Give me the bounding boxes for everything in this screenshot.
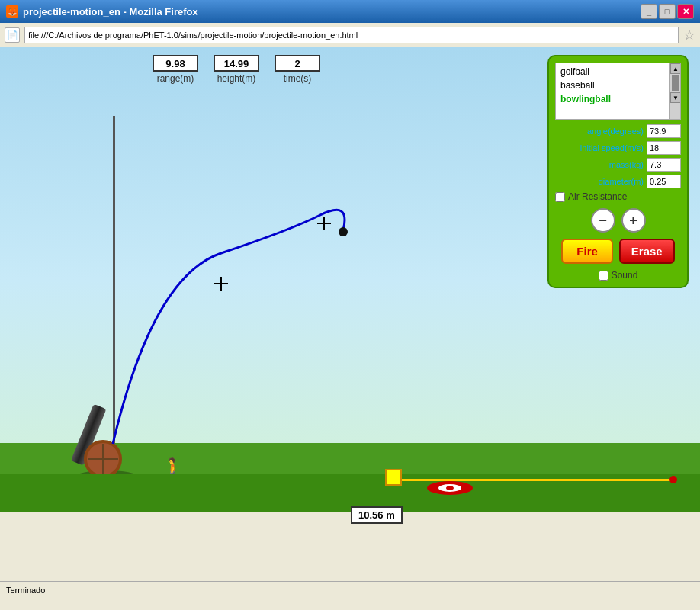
range-group: range(m) [153, 55, 198, 84]
time-label: time(s) [284, 73, 312, 84]
speed-input[interactable] [647, 141, 681, 155]
angle-label: angle(degrees) [587, 127, 644, 136]
height-input[interactable] [214, 55, 259, 72]
erase-button[interactable]: Erase [619, 239, 675, 264]
air-resistance-row: Air Resistance [555, 191, 681, 202]
speed-label: initial speed(m/s) [580, 143, 644, 152]
mass-row: mass(kg) [555, 158, 681, 172]
target-bullseye [427, 481, 473, 495]
height-label: height(m) [217, 73, 256, 84]
cannon-wheel [84, 440, 122, 478]
target-inner [438, 484, 461, 492]
endpoint-dot [669, 476, 677, 483]
sound-row: Sound [555, 270, 681, 281]
range-label: range(m) [157, 73, 194, 84]
speed-row: initial speed(m/s) [555, 141, 681, 155]
list-scrollbar[interactable]: ▲ ▼ [669, 63, 680, 119]
control-panel: golfball baseball bowlingball ▲ ▼ angle(… [547, 55, 689, 288]
page-icon: 📄 [5, 27, 20, 43]
distance-label: 10.56 m [351, 506, 403, 524]
window-controls: _ □ ✕ [641, 4, 694, 19]
projectile-bowlingball[interactable]: bowlingball [556, 92, 680, 106]
air-resistance-label: Air Resistance [568, 191, 627, 202]
statusbar: Terminado [0, 581, 700, 598]
diameter-input[interactable] [647, 175, 681, 188]
measurements-display: range(m) height(m) time(s) [153, 55, 320, 84]
addressbar: 📄 ☆ [0, 23, 700, 47]
browser-icon: 🦊 [6, 5, 18, 18]
height-group: height(m) [214, 55, 259, 84]
mass-label: mass(kg) [609, 160, 644, 169]
range-input[interactable] [153, 55, 198, 72]
address-input[interactable] [24, 27, 679, 43]
air-resistance-checkbox[interactable] [555, 192, 565, 202]
sound-label: Sound [612, 270, 638, 281]
minimize-button[interactable]: _ [641, 4, 657, 19]
titlebar: 🦊 projectile-motion_en - Mozilla Firefox… [0, 0, 700, 23]
fire-button[interactable]: Fire [561, 239, 613, 264]
time-input[interactable] [275, 55, 320, 72]
mass-input[interactable] [647, 158, 681, 172]
target-dot [446, 486, 454, 490]
simulation-area: range(m) height(m) time(s) golfball base… [0, 47, 700, 581]
status-text: Terminado [6, 586, 45, 595]
bookmark-star[interactable]: ☆ [683, 27, 695, 43]
zoom-in-button[interactable]: + [621, 208, 646, 233]
action-buttons: Fire Erase [555, 239, 681, 264]
marker-square [385, 469, 402, 486]
zoom-out-button[interactable]: − [591, 208, 615, 233]
projectile-baseball[interactable]: baseball [556, 79, 680, 92]
close-button[interactable]: ✕ [677, 4, 694, 19]
sound-checkbox[interactable] [599, 271, 608, 281]
projectile-golfball[interactable]: golfball [556, 65, 680, 79]
projectile-list[interactable]: golfball baseball bowlingball ▲ ▼ [555, 63, 681, 120]
angle-row: angle(degrees) [555, 124, 681, 138]
angle-input[interactable] [647, 124, 681, 138]
zoom-controls: − + [555, 208, 681, 233]
window-title: projectile-motion_en - Mozilla Firefox [23, 6, 198, 18]
diameter-row: diameter(m) [555, 175, 681, 188]
restore-button[interactable]: □ [659, 4, 676, 19]
scroll-thumb[interactable] [672, 75, 679, 91]
diameter-label: diameter(m) [599, 177, 644, 186]
projectile-list-inner: golfball baseball bowlingball [556, 63, 680, 108]
scroll-down-button[interactable]: ▼ [670, 92, 681, 103]
time-group: time(s) [275, 55, 320, 84]
target-outer [427, 481, 473, 495]
scroll-up-button[interactable]: ▲ [670, 63, 681, 74]
